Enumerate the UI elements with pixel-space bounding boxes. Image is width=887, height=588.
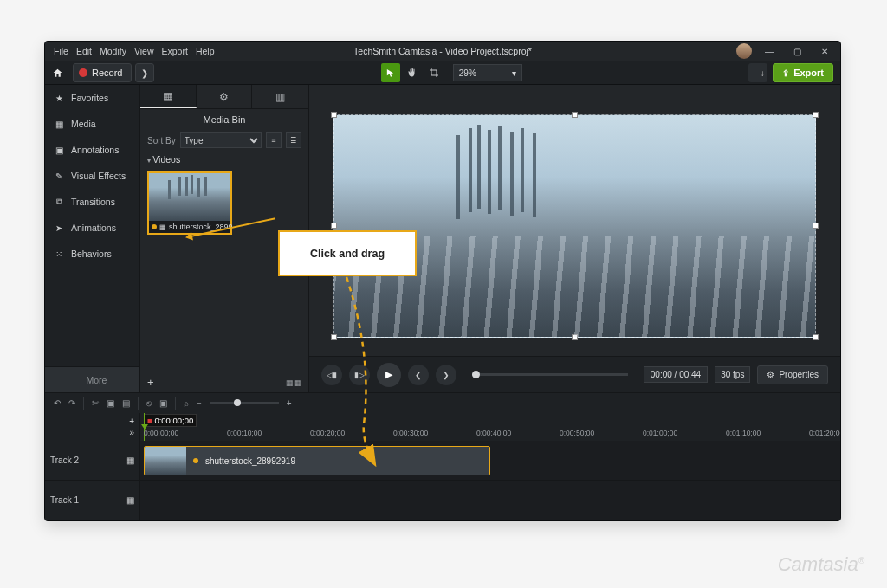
resize-handle[interactable] — [331, 334, 337, 340]
ruler-tick: 0:01:10;00 — [726, 429, 761, 437]
sort-select[interactable]: Type — [180, 132, 262, 148]
download-button[interactable]: ↓ — [748, 63, 767, 82]
cut-button[interactable]: ✄ — [92, 398, 99, 408]
next-frame-button[interactable]: ▮▷ — [349, 365, 370, 385]
resize-handle[interactable] — [331, 112, 337, 118]
minimize-button[interactable]: — — [755, 42, 783, 61]
media-tab-library[interactable]: ▥ — [252, 85, 308, 108]
canvas-zoom[interactable]: 29% ▾ — [453, 64, 522, 81]
export-label: Export — [793, 68, 824, 78]
scrub-knob[interactable] — [472, 371, 480, 378]
zoom-out-button[interactable]: − — [197, 398, 202, 408]
copy-button[interactable]: ▣ — [107, 398, 114, 408]
resize-handle[interactable] — [813, 334, 819, 340]
timeline-clip[interactable]: shutterstock_28992919 — [144, 446, 490, 475]
grid-view-button[interactable]: ▦▦ — [286, 378, 301, 387]
sort-asc-button[interactable]: ≡ — [266, 132, 282, 148]
resize-handle[interactable] — [331, 223, 337, 229]
fps-display[interactable]: 30 fps — [715, 366, 750, 383]
media-section-videos[interactable]: Videos — [140, 151, 308, 168]
sidebar-item-more[interactable]: More — [45, 366, 139, 392]
record-button[interactable]: Record — [73, 63, 132, 82]
media-tab-assets[interactable]: ⚙ — [197, 85, 253, 108]
close-button[interactable]: ✕ — [811, 42, 838, 61]
menu-modify[interactable]: Modify — [100, 46, 126, 56]
add-media-button[interactable]: + — [147, 376, 154, 389]
film-icon: ▦ — [159, 223, 166, 231]
scrub-bar[interactable] — [472, 373, 628, 376]
resize-handle[interactable] — [813, 112, 819, 118]
screenshot-button[interactable]: ▣ — [159, 398, 167, 408]
track-1[interactable] — [140, 481, 840, 520]
play-button[interactable]: ▶ — [377, 363, 401, 387]
ruler-tick: 0:00:00;00 — [144, 429, 178, 437]
sidebar-item-visual-effects[interactable]: ✎Visual Effects — [45, 163, 139, 189]
tools-sidebar: ★Favorites ▦Media ▣Annotations ✎Visual E… — [45, 85, 140, 392]
track-menu-icon[interactable]: ▦ — [126, 495, 134, 505]
zoom-in-button[interactable]: + — [287, 398, 292, 408]
canvas[interactable] — [309, 85, 840, 356]
canvas-clip[interactable] — [333, 114, 816, 338]
sidebar-item-animations[interactable]: ➤Animations — [45, 215, 139, 241]
menu-edit[interactable]: Edit — [76, 46, 92, 56]
sidebar-item-favorites[interactable]: ★Favorites — [45, 85, 139, 111]
sidebar-item-annotations[interactable]: ▣Annotations — [45, 137, 139, 163]
menu-export[interactable]: Export — [162, 46, 188, 56]
menu-file[interactable]: File — [54, 46, 68, 56]
collapse-tracks-button[interactable]: » — [129, 428, 134, 437]
properties-button[interactable]: ⚙ Properties — [757, 365, 828, 384]
zoom-tl-button[interactable]: ⌕ — [184, 398, 189, 408]
ruler-tick: 0:00:40;00 — [476, 429, 511, 437]
paste-button[interactable]: ▤ — [122, 398, 130, 408]
resize-handle[interactable] — [572, 112, 578, 118]
home-button[interactable] — [45, 61, 69, 85]
resize-handle[interactable] — [572, 334, 578, 340]
crop-icon — [429, 68, 439, 78]
media-clip[interactable]: ▦ shutterstock_2899… — [147, 171, 232, 235]
sidebar-item-behaviors[interactable]: ⁙Behaviors — [45, 241, 139, 267]
zoom-value: 29% — [459, 68, 476, 78]
ruler-tick: 0:01:20;00 — [809, 429, 841, 437]
media-tab-clips[interactable]: ▦ — [140, 85, 197, 108]
track-header-1[interactable]: Track 1▦ — [45, 481, 139, 520]
sidebar-item-transitions[interactable]: ⧉Transitions — [45, 189, 139, 215]
split-button[interactable]: ⎋ — [146, 398, 152, 408]
menu-view[interactable]: View — [134, 46, 154, 56]
record-dropdown[interactable]: ❯ — [135, 63, 154, 82]
edit-tool[interactable] — [381, 63, 400, 82]
step-back-button[interactable]: ❮ — [408, 365, 429, 385]
main-toolbar: Record ❯ 29% ▾ ↓ ⇪ Expo — [45, 61, 840, 85]
timecode: 00:00 / 00:44 — [644, 366, 708, 383]
crop-tool[interactable] — [424, 63, 444, 82]
timeline-clip-name: shutterstock_28992919 — [205, 456, 295, 466]
track-2[interactable]: shutterstock_28992919 — [140, 441, 840, 481]
redo-button[interactable]: ↷ — [68, 398, 75, 408]
timeline-zoom-slider[interactable] — [210, 402, 279, 404]
add-track-button[interactable]: + — [129, 417, 134, 426]
track-menu-icon[interactable]: ▦ — [126, 456, 134, 465]
resize-handle[interactable] — [813, 223, 819, 229]
track-header-2[interactable]: Track 2▦ — [45, 441, 139, 481]
sort-desc-button[interactable]: ≣ — [286, 132, 301, 148]
cursor-icon — [385, 68, 395, 78]
undo-button[interactable]: ↶ — [54, 398, 61, 408]
clip-thumbnail — [149, 173, 230, 221]
menu-help[interactable]: Help — [196, 46, 215, 56]
sidebar-item-media[interactable]: ▦Media — [45, 111, 139, 137]
pan-tool[interactable] — [403, 63, 422, 82]
transitions-icon: ⧉ — [54, 197, 64, 207]
timeline: + » ■ 0:00:00;00 0:00:00;00 0:00:10;00 0… — [45, 413, 840, 520]
export-button[interactable]: ⇪ Export — [773, 63, 833, 82]
avatar[interactable] — [736, 43, 752, 59]
step-fwd-button[interactable]: ❯ — [436, 365, 456, 385]
record-icon — [79, 68, 87, 77]
prev-frame-button[interactable]: ◁▮ — [321, 365, 342, 385]
timeline-ruler[interactable]: ■ 0:00:00;00 0:00:00;00 0:00:10;00 0:00:… — [140, 413, 840, 441]
slider-knob[interactable] — [234, 399, 241, 406]
timeline-toolbar: ↶ ↷ ✄ ▣ ▤ ⎋ ▣ ⌕ − + — [45, 392, 840, 413]
assets-icon: ⚙ — [219, 91, 229, 103]
maximize-button[interactable]: ▢ — [783, 42, 811, 61]
chevron-down-icon: ▾ — [512, 68, 516, 78]
gear-icon: ⚙ — [767, 370, 774, 379]
download-icon — [752, 68, 761, 77]
